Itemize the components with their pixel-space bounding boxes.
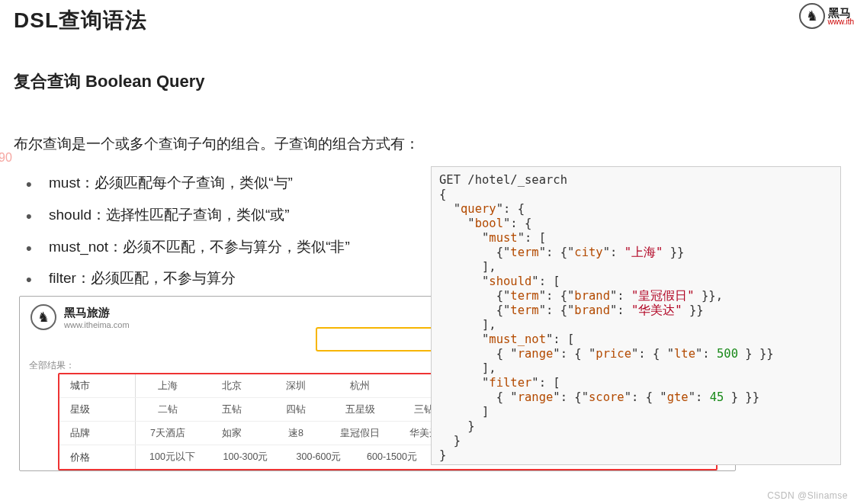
request-line: GET /hotel/_search [439, 173, 567, 187]
filter-option[interactable]: 深圳 [264, 380, 328, 393]
row-label: 品牌 [59, 422, 136, 445]
logo-chinese: 黑马 [828, 7, 854, 18]
filter-option[interactable]: 300-600元 [282, 451, 355, 464]
filter-option[interactable]: 二钻 [136, 403, 200, 416]
code-block: GET /hotel/_search { "query": { "bool": … [432, 167, 840, 469]
section-intro: 布尔查询是一个或多个查询子句的组合。子查询的组合方式有： [14, 134, 840, 154]
logo-english: www.ith [828, 18, 854, 26]
code-panel: GET /hotel/_search { "query": { "bool": … [431, 166, 841, 465]
filter-option[interactable]: 100-300元 [209, 451, 282, 464]
row-label: 星级 [59, 398, 136, 421]
filter-option[interactable]: 杭州 [328, 380, 392, 393]
filter-option[interactable]: 7天酒店 [136, 427, 200, 440]
site-logo: ♞ 黑马 www.ith [799, 3, 854, 29]
filter-option[interactable]: 皇冠假日 [328, 427, 392, 440]
watermark: CSDN @Slinamse [767, 490, 848, 501]
row-label: 城市 [59, 374, 136, 397]
filter-option[interactable]: 五钻 [200, 403, 264, 416]
filter-option[interactable]: 如家 [200, 427, 264, 440]
row-label: 价格 [59, 445, 136, 469]
filter-option[interactable]: 上海 [136, 380, 200, 393]
slide-page: ♞ 黑马 www.ith DSL查询语法 复合查询 Boolean Query … [0, 0, 854, 504]
edge-number: 90 [0, 151, 12, 165]
filter-option[interactable]: 600-1500元 [355, 451, 429, 464]
ui-brand: 黑马旅游 [64, 306, 130, 320]
ui-site: www.itheima.com [64, 320, 130, 329]
all-results-label: 全部结果： [29, 359, 75, 372]
filter-option[interactable]: 五星级 [328, 403, 392, 416]
section-subtitle: 复合查询 Boolean Query [14, 70, 840, 93]
horse-icon: ♞ [799, 3, 825, 29]
page-title: DSL查询语法 [14, 6, 840, 35]
filter-option[interactable]: 100元以下 [136, 451, 209, 464]
filter-option[interactable]: 四钻 [264, 403, 328, 416]
filter-option[interactable]: 北京 [200, 380, 264, 393]
horse-icon: ♞ [30, 304, 56, 330]
filter-option[interactable]: 速8 [264, 427, 328, 440]
